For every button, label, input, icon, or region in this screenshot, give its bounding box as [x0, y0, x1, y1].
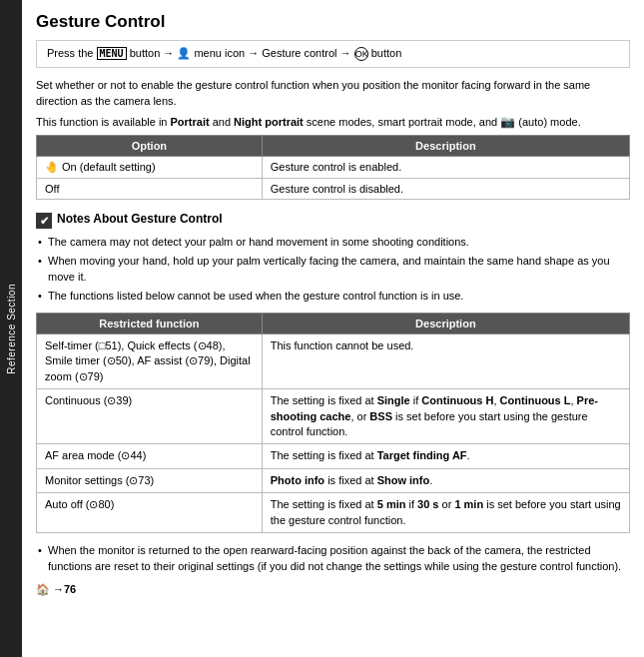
- desc-on: Gesture control is enabled.: [262, 157, 629, 179]
- notes-bullets: The camera may not detect your palm or h…: [36, 235, 630, 305]
- list-item: When moving your hand, hold up your palm…: [36, 254, 630, 286]
- restricted-desc-3: The setting is fixed at Target finding A…: [262, 444, 629, 468]
- side-tab: Reference Section: [0, 0, 22, 657]
- page-number-icon: 🏠: [36, 583, 50, 596]
- body-paragraph-2: This function is available in Portrait a…: [36, 114, 630, 131]
- footer-bullets: When the monitor is returned to the open…: [36, 543, 630, 575]
- restricted-table: Restricted function Description Self-tim…: [36, 313, 630, 533]
- list-item: The functions listed below cannot be use…: [36, 289, 630, 305]
- notes-box: ✔ Notes About Gesture Control: [36, 212, 630, 229]
- restricted-desc-1: This function cannot be used.: [262, 334, 629, 389]
- page-title: Gesture Control: [36, 12, 630, 32]
- restricted-func-2: Continuous (⊙39): [37, 389, 263, 444]
- main-content: Gesture Control Press the MENU button → …: [22, 0, 644, 657]
- notes-title: Notes About Gesture Control: [57, 212, 223, 226]
- body-paragraph-1: Set whether or not to enable the gesture…: [36, 78, 630, 110]
- restricted-func-4: Monitor settings (⊙73): [37, 468, 263, 492]
- y-icon: 👤: [177, 47, 191, 59]
- table-row: Monitor settings (⊙73) Photo info is fix…: [37, 468, 630, 492]
- option-header: Option: [37, 136, 263, 157]
- desc-off: Gesture control is disabled.: [262, 179, 629, 200]
- menu-icon: MENU: [97, 47, 127, 60]
- table-row: AF area mode (⊙44) The setting is fixed …: [37, 444, 630, 468]
- list-item: The camera may not detect your palm or h…: [36, 235, 630, 251]
- table-row: 🤚 On (default setting) Gesture control i…: [37, 157, 630, 179]
- restricted-func-1: Self-timer (□51), Quick effects (⊙48), S…: [37, 334, 263, 389]
- option-off: Off: [37, 179, 263, 200]
- page-footer: 🏠 →76: [36, 583, 630, 596]
- description-header: Description: [262, 136, 629, 157]
- table-row: Off Gesture control is disabled.: [37, 179, 630, 200]
- notes-icon: ✔: [36, 213, 52, 229]
- list-item: When the monitor is returned to the open…: [36, 543, 630, 575]
- options-table: Option Description 🤚 On (default setting…: [36, 135, 630, 200]
- restricted-desc-4: Photo info is fixed at Show info.: [262, 468, 629, 492]
- restricted-desc-header: Description: [262, 314, 629, 334]
- nav-text: Press the MENU button → 👤 menu icon → Ge…: [47, 47, 401, 59]
- restricted-func-5: Auto off (⊙80): [37, 493, 263, 533]
- ok-icon: OK: [354, 47, 368, 61]
- restricted-header: Restricted function: [37, 314, 263, 334]
- table-row: Self-timer (□51), Quick effects (⊙48), S…: [37, 334, 630, 389]
- option-on: 🤚 On (default setting): [37, 157, 263, 179]
- restricted-func-3: AF area mode (⊙44): [37, 444, 263, 468]
- side-tab-label: Reference Section: [6, 284, 17, 374]
- page-number: →76: [53, 583, 76, 595]
- table-row: Continuous (⊙39) The setting is fixed at…: [37, 389, 630, 444]
- nav-box: Press the MENU button → 👤 menu icon → Ge…: [36, 40, 630, 68]
- restricted-desc-5: The setting is fixed at 5 min if 30 s or…: [262, 493, 629, 533]
- table-row: Auto off (⊙80) The setting is fixed at 5…: [37, 493, 630, 533]
- restricted-desc-2: The setting is fixed at Single if Contin…: [262, 389, 629, 444]
